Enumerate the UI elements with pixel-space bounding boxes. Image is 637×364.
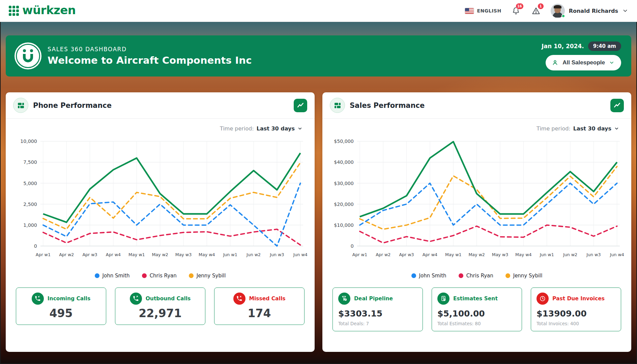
stat-value: 174 bbox=[220, 307, 299, 320]
chevron-down-icon bbox=[614, 126, 619, 131]
svg-text:Apr w2: Apr w2 bbox=[376, 252, 390, 257]
svg-text:Apr w1: Apr w1 bbox=[36, 252, 51, 257]
phone-stats-row: Incoming Calls 495 Outbound Calls 22,971 bbox=[6, 279, 315, 325]
wurkzen-smiley-logo-icon bbox=[15, 42, 41, 69]
phone-missed-icon bbox=[233, 293, 245, 305]
legend-dot bbox=[459, 273, 463, 278]
notifications-button[interactable]: 16 bbox=[510, 5, 522, 17]
banner-title: Welcome to Aircraft Components Inc bbox=[48, 55, 252, 66]
phone-trend-button[interactable] bbox=[294, 99, 307, 112]
card-title: Phone Performance bbox=[33, 101, 112, 110]
legend-dot bbox=[411, 273, 416, 278]
svg-text:Jun w1: Jun w1 bbox=[223, 252, 237, 257]
notifications-badge: 16 bbox=[516, 3, 524, 9]
svg-text:Jun w3: Jun w3 bbox=[586, 252, 601, 257]
svg-text:$20,000: $20,000 bbox=[334, 202, 353, 207]
svg-text:$: $ bbox=[345, 298, 346, 300]
past-due-invoices-stat: Past Due Invoices $13909.00 Total Invoic… bbox=[531, 287, 621, 331]
estimates-sent-stat: $ Estimates Sent $5,100.00 Total Estimat… bbox=[432, 287, 522, 331]
stat-label: Deal Pipeline bbox=[354, 296, 393, 302]
stat-value: 22,971 bbox=[121, 307, 200, 320]
svg-text:May w3: May w3 bbox=[492, 252, 508, 257]
stat-subtext: Total Estimates: 80 bbox=[437, 321, 516, 326]
time-period-value: Last 30 days bbox=[257, 125, 295, 132]
svg-text:0: 0 bbox=[351, 243, 354, 249]
estimate-calculator-icon: $ bbox=[437, 293, 450, 305]
svg-text:Apr w3: Apr w3 bbox=[82, 252, 97, 257]
stat-value: $3303.15 bbox=[338, 309, 417, 318]
stat-value: 495 bbox=[22, 307, 100, 320]
svg-text:$30,000: $30,000 bbox=[334, 181, 353, 186]
stat-value: $13909.00 bbox=[537, 309, 615, 318]
svg-text:7,500: 7,500 bbox=[23, 159, 37, 165]
logo-text: würkzen bbox=[22, 4, 76, 17]
online-status-dot bbox=[561, 14, 565, 18]
legend-item: John Smith bbox=[95, 273, 130, 279]
banner-right: Jan 10, 2024. 9:40 am All Salespeople bbox=[542, 41, 621, 70]
stat-label: Past Due Invoices bbox=[552, 296, 605, 302]
banner-time-badge: 9:40 am bbox=[588, 41, 621, 51]
svg-text:May w4: May w4 bbox=[199, 252, 215, 257]
clock-icon bbox=[537, 293, 549, 305]
banner-left: SALES 360 DASHBOARD Welcome to Aircraft … bbox=[15, 42, 252, 69]
chevron-down-icon bbox=[609, 60, 614, 65]
phone-time-period-dropdown[interactable]: Time period: Last 30 days bbox=[6, 119, 315, 134]
svg-text:May w3: May w3 bbox=[175, 252, 192, 257]
stat-label: Estimates Sent bbox=[453, 296, 498, 302]
svg-text:Jun w4: Jun w4 bbox=[293, 252, 308, 257]
svg-text:Jun w3: Jun w3 bbox=[269, 252, 284, 257]
user-menu[interactable]: Ronald Richards bbox=[551, 4, 628, 18]
svg-text:5,000: 5,000 bbox=[23, 181, 37, 186]
svg-text:$10,000: $10,000 bbox=[334, 222, 353, 228]
svg-text:Jun w4: Jun w4 bbox=[610, 252, 624, 257]
trend-line-icon bbox=[297, 102, 304, 109]
legend-dot bbox=[142, 273, 147, 278]
legend-dot bbox=[189, 273, 194, 278]
time-period-label: Time period: bbox=[220, 125, 254, 132]
svg-text:May w2: May w2 bbox=[468, 252, 485, 257]
svg-text:10,000: 10,000 bbox=[20, 139, 37, 144]
svg-text:Apr w1: Apr w1 bbox=[352, 252, 367, 257]
user-name: Ronald Richards bbox=[569, 8, 618, 14]
sales-trend-button[interactable] bbox=[610, 99, 624, 112]
svg-text:$: $ bbox=[444, 298, 445, 300]
phone-chart-legend: John Smith Chris Ryan Jenny Sybill bbox=[6, 273, 315, 279]
sales-time-period-dropdown[interactable]: Time period: Last 30 days bbox=[322, 119, 631, 134]
stat-label: Incoming Calls bbox=[48, 296, 90, 302]
legend-item: Chris Ryan bbox=[459, 273, 493, 279]
time-period-label: Time period: bbox=[537, 125, 571, 132]
svg-text:$40,000: $40,000 bbox=[334, 159, 353, 165]
dashboard-squares-icon bbox=[13, 98, 28, 113]
wurkzen-logo[interactable]: würkzen bbox=[9, 4, 76, 17]
salespeople-dropdown-label: All Salespeople bbox=[562, 59, 605, 66]
legend-item: John Smith bbox=[411, 273, 446, 279]
alerts-button[interactable]: 1 bbox=[530, 5, 542, 17]
sales-stats-row: $ Deal Pipeline $3303.15 Total Deals: 7 … bbox=[322, 279, 631, 331]
incoming-calls-stat: Incoming Calls 495 bbox=[16, 287, 106, 325]
language-selector[interactable]: ENGLISH bbox=[465, 8, 501, 14]
svg-text:Jun w2: Jun w2 bbox=[563, 252, 577, 257]
svg-text:May w4: May w4 bbox=[515, 252, 531, 257]
top-navbar: würkzen ENGLISH 16 1 bbox=[0, 0, 637, 22]
stat-subtext: Total Deals: 7 bbox=[338, 321, 417, 326]
phone-performance-card: Phone Performance Time period: Last 30 d… bbox=[6, 92, 315, 352]
us-flag-icon bbox=[465, 8, 474, 14]
svg-text:May w1: May w1 bbox=[445, 252, 461, 257]
chevron-down-icon bbox=[622, 8, 628, 14]
funnel-dollar-icon: $ bbox=[338, 293, 350, 305]
svg-text:Apr w4: Apr w4 bbox=[106, 252, 121, 257]
legend-item: Jenny Sybill bbox=[189, 273, 226, 279]
salespeople-dropdown[interactable]: All Salespeople bbox=[546, 55, 621, 70]
stat-label: Outbound Calls bbox=[146, 296, 191, 302]
svg-text:Jun w2: Jun w2 bbox=[246, 252, 261, 257]
svg-text:1,000: 1,000 bbox=[23, 222, 37, 228]
alerts-badge: 1 bbox=[538, 3, 544, 9]
avatar bbox=[551, 4, 565, 18]
svg-text:$50,000: $50,000 bbox=[334, 139, 353, 144]
phone-incoming-icon bbox=[32, 293, 44, 305]
svg-text:Apr w3: Apr w3 bbox=[399, 252, 414, 257]
logo-grid-icon bbox=[9, 6, 19, 16]
svg-text:0: 0 bbox=[34, 243, 37, 249]
legend-item: Jenny Sybill bbox=[505, 273, 543, 279]
dashboard-squares-icon bbox=[330, 98, 345, 113]
